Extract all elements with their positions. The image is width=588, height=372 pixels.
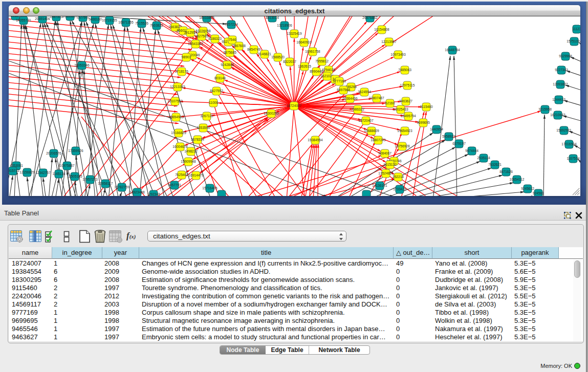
svg-text:16210643: 16210643 (550, 113, 565, 117)
svg-text:10975887: 10975887 (59, 164, 75, 167)
svg-text:28053346: 28053346 (74, 63, 90, 67)
svg-text:9146821: 9146821 (258, 52, 271, 56)
svg-text:3912954: 3912954 (184, 31, 197, 34)
svg-text:26876882: 26876882 (362, 16, 378, 19)
svg-text:18807249: 18807249 (371, 138, 386, 142)
svg-text:9699695: 9699695 (417, 121, 430, 124)
svg-text:7663822: 7663822 (150, 24, 163, 27)
svg-text:10654983: 10654983 (168, 115, 184, 119)
svg-text:12156829: 12156829 (19, 170, 35, 174)
svg-text:9827505: 9827505 (195, 34, 208, 38)
svg-text:19654923: 19654923 (397, 129, 412, 133)
svg-text:20364436: 20364436 (342, 97, 358, 100)
svg-text:12213383: 12213383 (170, 85, 185, 89)
svg-text:6466160: 6466160 (89, 17, 102, 21)
svg-text:1362615: 1362615 (298, 64, 311, 68)
svg-text:12342757: 12342757 (35, 171, 51, 174)
svg-text:10719155: 10719155 (102, 18, 117, 22)
svg-text:803144: 803144 (214, 76, 226, 80)
svg-text:16782759: 16782759 (114, 185, 129, 189)
svg-text:252214: 252214 (393, 175, 404, 179)
svg-text:10107553: 10107553 (167, 99, 183, 103)
svg-text:7546: 7546 (229, 38, 236, 41)
svg-text:3267110: 3267110 (200, 114, 213, 118)
svg-text:20206576: 20206576 (46, 151, 61, 155)
svg-text:16961758: 16961758 (305, 50, 320, 53)
svg-text:5958923: 5958923 (442, 135, 455, 138)
svg-text:7625402: 7625402 (175, 173, 188, 177)
svg-text:10688609: 10688609 (364, 129, 379, 133)
svg-text:1292348: 1292348 (147, 192, 160, 195)
svg-text:13218906: 13218906 (277, 24, 292, 27)
svg-text:8186323: 8186323 (208, 37, 222, 40)
svg-text:5678334: 5678334 (191, 138, 204, 141)
svg-text:6794028: 6794028 (322, 68, 335, 72)
svg-text:16033809: 16033809 (199, 16, 214, 19)
svg-text:9084067: 9084067 (378, 151, 391, 155)
svg-text:7515526: 7515526 (135, 21, 148, 25)
svg-text:12093872: 12093872 (553, 82, 568, 86)
svg-text:14136141: 14136141 (372, 184, 387, 187)
svg-text:18300295: 18300295 (264, 112, 279, 115)
svg-text:1145134: 1145134 (52, 172, 66, 176)
svg-text:9463627: 9463627 (399, 99, 412, 103)
svg-text:13524851: 13524851 (378, 171, 394, 175)
svg-text:7485063: 7485063 (398, 68, 411, 72)
svg-text:18724007: 18724007 (287, 104, 302, 107)
svg-text:10853287: 10853287 (62, 16, 78, 18)
svg-text:62160: 62160 (385, 101, 395, 105)
svg-text:8813014: 8813014 (266, 16, 279, 19)
svg-text:12923488: 12923488 (129, 190, 145, 194)
svg-text:10025433: 10025433 (393, 107, 408, 111)
svg-text:14055721: 14055721 (16, 18, 31, 22)
svg-text:924561: 924561 (533, 191, 544, 195)
svg-text:3215958: 3215958 (538, 107, 552, 111)
svg-text:19384554: 19384554 (308, 138, 323, 142)
svg-text:2867608: 2867608 (232, 44, 246, 48)
svg-text:15751074: 15751074 (567, 39, 580, 43)
svg-text:10654112: 10654112 (510, 178, 525, 181)
svg-text:19495794: 19495794 (401, 114, 416, 118)
svg-text:9457791: 9457791 (168, 183, 181, 187)
svg-text:7857224: 7857224 (225, 23, 238, 26)
svg-text:15720407: 15720407 (358, 119, 374, 122)
svg-text:1733426: 1733426 (393, 187, 406, 191)
svg-text:3875685: 3875685 (223, 51, 236, 54)
svg-text:19756928: 19756928 (395, 144, 410, 148)
svg-text:17359926: 17359926 (68, 149, 83, 152)
svg-text:12213967: 12213967 (381, 40, 397, 43)
svg-text:8454749: 8454749 (247, 48, 260, 51)
svg-text:6497568: 6497568 (337, 88, 350, 92)
svg-text:17957273: 17957273 (82, 178, 98, 181)
svg-text:12975115: 12975115 (400, 83, 415, 87)
svg-text:7986322: 7986322 (351, 107, 364, 111)
svg-text:10958117: 10958117 (98, 182, 113, 185)
svg-text:11123: 11123 (572, 27, 580, 31)
svg-text:10554: 10554 (11, 16, 20, 17)
svg-text:15909948: 15909948 (181, 160, 196, 163)
svg-text:10807487: 10807487 (369, 96, 384, 100)
svg-text:1527602: 1527602 (76, 16, 90, 19)
svg-text:8427552: 8427552 (210, 89, 223, 93)
svg-text:7955812: 7955812 (315, 59, 329, 63)
svg-text:8990448: 8990448 (310, 70, 323, 73)
svg-text:1440954: 1440954 (430, 127, 443, 131)
svg-text:1498222: 1498222 (184, 149, 198, 153)
svg-text:16004678: 16004678 (172, 145, 188, 148)
svg-text:16914479: 16914479 (188, 173, 204, 177)
svg-text:98901: 98901 (182, 55, 191, 59)
svg-text:3624554: 3624554 (358, 90, 371, 94)
svg-text:9242848: 9242848 (221, 63, 234, 67)
svg-text:1615132: 1615132 (383, 163, 397, 166)
svg-text:9115460: 9115460 (420, 105, 433, 108)
svg-text:16671355: 16671355 (118, 20, 134, 24)
svg-text:8322037: 8322037 (283, 60, 296, 63)
svg-text:6379197: 6379197 (452, 142, 466, 145)
svg-text:13325419: 13325419 (287, 32, 302, 35)
svg-text:2935114: 2935114 (477, 156, 490, 160)
svg-text:7632621: 7632621 (488, 163, 502, 166)
svg-text:16543362: 16543362 (188, 42, 203, 46)
svg-text:15692971: 15692971 (556, 128, 572, 132)
svg-text:10973493: 10973493 (390, 53, 406, 56)
svg-text:2718176: 2718176 (175, 70, 188, 73)
